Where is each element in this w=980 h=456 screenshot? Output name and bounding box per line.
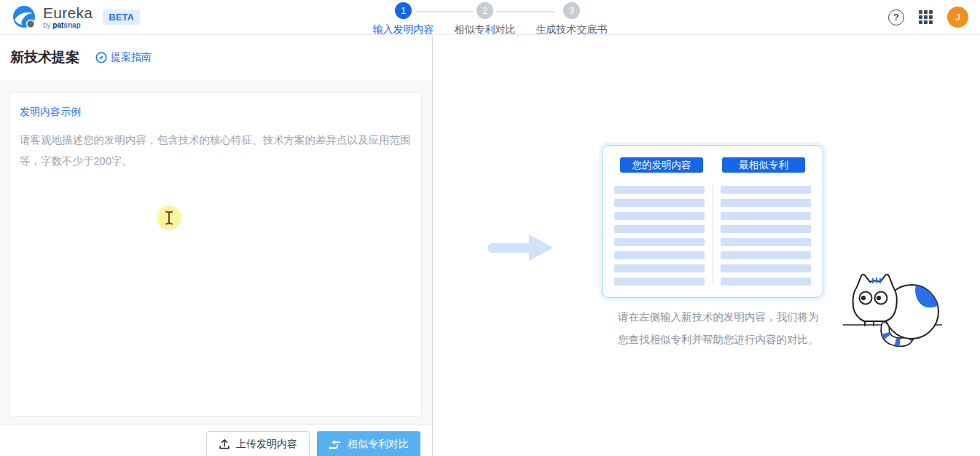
step-3-label: 生成技术交底书 [536,23,608,36]
step-3-circle: 3 [563,2,580,19]
comparison-hint-text: 请在左侧输入新技术的发明内容，我们将为您查找相似专利并帮助您进行内容的对比。 [618,306,825,351]
logo-byline: by patsnap [43,22,93,29]
upload-icon [219,439,230,450]
upload-button-label: 上传发明内容 [236,438,297,451]
skeleton-bar [614,225,705,233]
invention-content-input[interactable]: 发明内容示例 请客观地描述您的发明内容，包含技术的核心特征、技术方案的差异点以及… [9,92,422,417]
step-1-label: 输入发明内容 [373,23,434,36]
skeleton-bar [614,199,705,207]
skeleton-bar [614,264,705,272]
skeleton-bar [614,212,705,220]
skeleton-bar [614,238,705,246]
similar-patent-compare-button[interactable]: 相似专利对比 [317,431,420,456]
eureka-logo-icon [12,5,36,30]
help-icon[interactable]: ? [888,9,904,25]
progress-stepper: 1 输入发明内容 2 相似专利对比 3 生成技术交底书 [373,2,608,36]
skeleton-bar [721,278,811,286]
skeleton-bar [721,199,811,207]
step-1-circle: 1 [395,2,412,19]
comparison-preview-card: 您的发明内容 最相似专利 [602,145,823,298]
skeleton-bar [721,251,811,259]
step-1-input-invention[interactable]: 1 输入发明内容 [373,2,434,36]
skeleton-bar [614,278,705,286]
step-2-similar-patents[interactable]: 2 相似专利对比 [455,2,516,36]
your-invention-header: 您的发明内容 [620,157,703,173]
top-header: Eureka by patsnap BETA 1 输入发明内容 2 相似专利对比… [0,0,980,35]
skeleton-bar [614,186,705,194]
step-2-circle: 2 [477,2,493,19]
skeleton-bar [721,212,811,220]
cat-illustration [843,270,944,351]
invention-input-placeholder: 请客观地描述您的发明内容，包含技术的核心特征、技术方案的差异点以及应用范围等，字… [20,130,412,172]
apps-grid-icon[interactable] [919,10,933,24]
logo-name: Eureka [43,5,93,20]
header-actions: ? J [888,7,968,28]
invention-skeleton-column [614,186,705,291]
column-divider [713,184,713,284]
skeleton-bar [721,225,811,233]
page-title: 新技术提案 [10,48,79,67]
panel-footer: 上传发明内容 相似专利对比 [0,424,432,456]
upload-invention-button[interactable]: 上传发明内容 [206,431,310,456]
proposal-guide-link[interactable]: 提案指南 [95,51,152,64]
skeleton-bar [721,186,811,194]
guide-link-label: 提案指南 [111,51,152,64]
editor-area: 发明内容示例 请客观地描述您的发明内容，包含技术的核心特征、技术方案的差异点以及… [0,80,432,424]
compare-button-label: 相似专利对比 [348,438,409,451]
most-similar-patent-header: 最相似专利 [722,157,805,173]
user-avatar[interactable]: J [947,7,968,28]
beta-badge: BETA [103,9,139,25]
patent-skeleton-column [721,186,811,291]
eureka-logo[interactable]: Eureka by patsnap [12,5,93,30]
comparison-preview-panel: 您的发明内容 最相似专利 请在左侧输入新技术的发明内容，我们将为您查找相似专利并… [433,35,980,456]
proposal-input-panel: 新技术提案 提案指南 发明内容示例 请客观地描述您的发明内容，包含技术的核心特征… [0,35,433,456]
skeleton-bar [721,264,811,272]
step-2-label: 相似专利对比 [455,23,516,36]
invention-example-link[interactable]: 发明内容示例 [20,106,81,119]
skeleton-bar [614,251,705,259]
step-3-generate-disclosure[interactable]: 3 生成技术交底书 [536,2,608,36]
skeleton-bar [721,238,811,246]
panel-title-row: 新技术提案 提案指南 [0,35,432,80]
right-arrow-illustration [487,233,554,262]
compass-icon [95,52,107,63]
compare-arrows-icon [329,439,342,449]
